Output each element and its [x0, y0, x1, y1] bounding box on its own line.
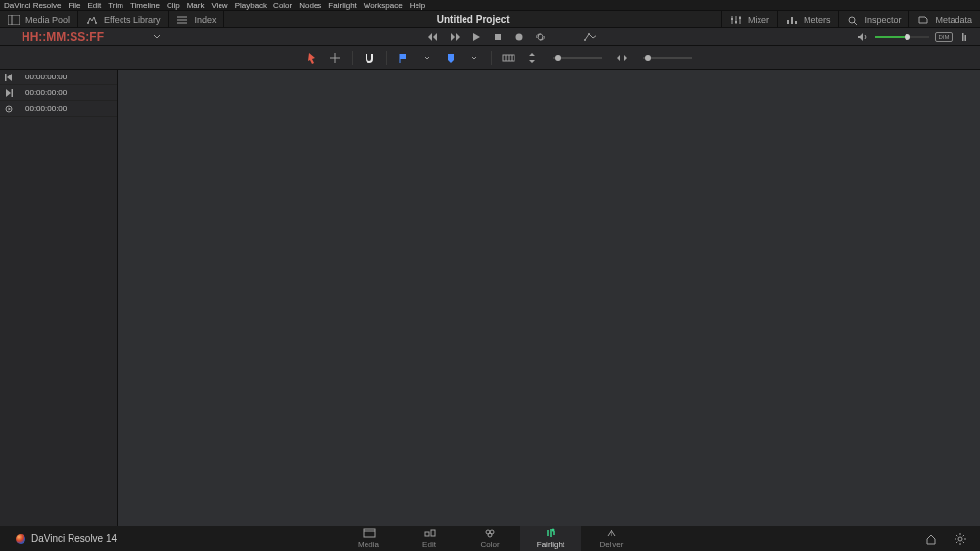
tc-value: 00:00:00:00 — [25, 104, 67, 113]
tc-row-end[interactable]: 00:00:00:00 — [0, 85, 117, 101]
timeline-options-icon[interactable] — [502, 51, 515, 65]
project-title: Untitled Project — [224, 14, 721, 25]
svg-point-44 — [958, 537, 962, 541]
snap-tool[interactable] — [363, 51, 376, 65]
horiz-zoom-icon[interactable] — [615, 51, 629, 65]
tab-media[interactable]: Media — [338, 526, 399, 551]
tab-label: Color — [480, 540, 499, 549]
tab-fairlight[interactable]: Fairlight — [520, 526, 581, 551]
color-tab-icon — [484, 528, 496, 538]
metadata-icon — [917, 15, 929, 25]
svg-rect-0 — [8, 15, 20, 25]
vertical-zoom-slider[interactable] — [553, 57, 602, 59]
media-pool-button[interactable]: Media Pool — [0, 11, 77, 27]
volume-slider[interactable] — [875, 36, 929, 38]
mixer-icon — [730, 15, 742, 25]
pointer-tool[interactable] — [305, 51, 318, 65]
svg-line-52 — [956, 541, 957, 542]
svg-line-51 — [963, 535, 964, 536]
effects-library-label: Effects Library — [104, 15, 160, 25]
inspector-button[interactable]: Inspector — [839, 11, 908, 27]
index-label: Index — [194, 15, 216, 25]
loop-button[interactable] — [535, 31, 547, 43]
svg-rect-13 — [787, 20, 789, 24]
svg-rect-26 — [400, 54, 406, 59]
menu-item[interactable]: DaVinci Resolve — [4, 1, 62, 10]
play-button[interactable] — [470, 31, 482, 43]
svg-rect-12 — [739, 17, 741, 19]
flag-dropdown[interactable] — [420, 51, 434, 65]
svg-point-20 — [584, 39, 586, 41]
index-button[interactable]: Index — [169, 11, 223, 27]
transport-bar: HH::MM:SS:FF DIM — [0, 28, 980, 46]
timecode-display: HH::MM:SS:FF — [0, 28, 118, 45]
dim-button[interactable]: DIM — [935, 32, 953, 42]
timeline-canvas[interactable] — [118, 70, 980, 526]
settings-button[interactable] — [955, 533, 966, 545]
menu-item[interactable]: Clip — [167, 1, 180, 10]
prev-button[interactable] — [427, 31, 439, 43]
tab-deliver[interactable]: Deliver — [581, 526, 642, 551]
record-button[interactable] — [514, 31, 525, 43]
timecode-dropdown[interactable] — [118, 34, 165, 39]
svg-point-3 — [95, 22, 97, 24]
menu-item[interactable]: View — [211, 1, 227, 10]
tab-label: Fairlight — [537, 540, 564, 549]
tc-value: 00:00:00:00 — [25, 73, 67, 81]
flag-tool[interactable] — [397, 51, 411, 65]
tab-label: Deliver — [600, 540, 624, 549]
stop-button[interactable] — [492, 31, 504, 43]
tc-row-playhead[interactable]: 00:00:00:00 — [0, 101, 117, 117]
brand-area: DaVinci Resolve 14 — [0, 533, 333, 544]
vert-zoom-icon[interactable] — [525, 51, 539, 65]
meters-toggle-icon[interactable] — [958, 31, 970, 43]
meters-button[interactable]: Meters — [778, 11, 839, 27]
menu-item[interactable]: Fairlight — [328, 1, 356, 10]
brand-logo-icon — [16, 534, 25, 544]
menu-item[interactable]: Help — [410, 1, 425, 10]
effects-icon — [86, 15, 98, 25]
menu-item[interactable]: File — [69, 1, 81, 10]
svg-rect-35 — [364, 529, 375, 537]
menu-item[interactable]: Trim — [108, 1, 123, 10]
mixer-label: Mixer — [748, 15, 769, 25]
main-area: 00:00:00:00 00:00:00:00 00:00:00:00 — [0, 70, 980, 526]
automation-icon[interactable] — [584, 31, 596, 43]
playhead-icon — [4, 104, 14, 114]
go-end-icon — [4, 88, 14, 98]
svg-point-2 — [87, 22, 89, 24]
marker-dropdown[interactable] — [467, 51, 481, 65]
home-button[interactable] — [925, 533, 937, 545]
svg-rect-38 — [431, 530, 435, 536]
effects-library-button[interactable]: Effects Library — [78, 11, 168, 27]
marker-tool[interactable] — [444, 51, 458, 65]
menu-item[interactable]: Color — [273, 1, 292, 10]
menu-item[interactable]: Timeline — [130, 1, 160, 10]
menu-item[interactable]: Edit — [87, 1, 101, 10]
range-tool[interactable] — [328, 51, 342, 65]
menu-item[interactable]: Workspace — [364, 1, 403, 10]
tc-row-start[interactable]: 00:00:00:00 — [0, 70, 117, 85]
menu-item[interactable]: Playback — [235, 1, 267, 10]
horizontal-zoom-slider[interactable] — [643, 57, 692, 59]
media-pool-label: Media Pool — [25, 15, 70, 25]
bottom-bar: DaVinci Resolve 14 Media Edit Color Fair… — [0, 526, 980, 551]
meters-icon — [786, 15, 798, 25]
tab-color[interactable]: Color — [460, 526, 520, 551]
svg-rect-32 — [5, 74, 7, 81]
metadata-button[interactable]: Metadata — [909, 11, 980, 27]
next-button[interactable] — [449, 31, 461, 43]
svg-point-41 — [488, 533, 492, 537]
tab-edit[interactable]: Edit — [399, 526, 460, 551]
brand-label: DaVinci Resolve 14 — [31, 533, 117, 544]
menu-item[interactable]: Mark — [187, 1, 205, 10]
svg-line-17 — [854, 22, 857, 25]
main-menu-bar: DaVinci Resolve File Edit Trim Timeline … — [0, 0, 980, 10]
svg-rect-23 — [965, 35, 967, 41]
mute-button[interactable] — [858, 31, 869, 43]
panel-toolbar: Media Pool Effects Library Index Untitle… — [0, 10, 980, 28]
tab-label: Media — [358, 540, 379, 549]
menu-item[interactable]: Nodes — [299, 1, 321, 10]
mixer-button[interactable]: Mixer — [722, 11, 777, 27]
tool-row — [0, 46, 980, 70]
